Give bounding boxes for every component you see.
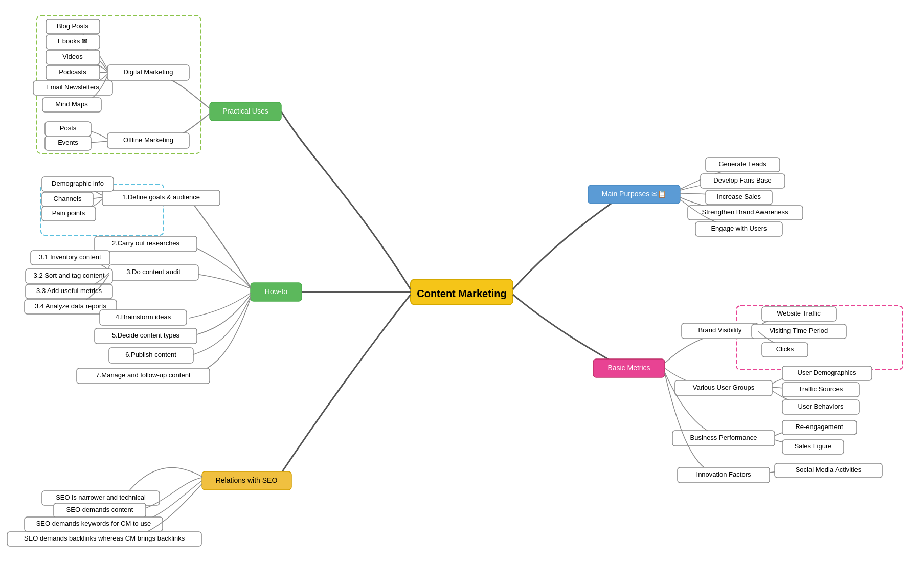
website-traffic-label: Website Traffic	[777, 309, 821, 317]
do-content-audit-label: 3.Do content audit	[126, 268, 181, 276]
brainstorm-label: 4.Brainstorm ideas	[116, 313, 171, 321]
add-metrics-label: 3.3 Add useful metrics	[36, 287, 102, 295]
basic-metrics-label: Basic Metrics	[607, 364, 650, 372]
posts-label: Posts	[60, 124, 77, 132]
define-goals-label: 1.Define goals & audience	[122, 193, 200, 201]
visiting-time-label: Visiting Time Period	[770, 327, 828, 334]
relations-seo-label: Relations with SEO	[216, 476, 278, 484]
manage-followup-label: 7.Manage and follow-up content	[96, 371, 190, 379]
how-to-label: How-to	[265, 287, 288, 296]
carry-out-researches-label: 2.Carry out researches	[112, 239, 180, 247]
increase-sales-label: Increase Sales	[717, 193, 761, 200]
seo-keywords-label: SEO demands keywords for CM to use	[36, 520, 151, 527]
blog-posts-label: Blog Posts	[57, 22, 89, 30]
brand-visibility-label: Brand Visibility	[698, 326, 742, 334]
re-engagement-label: Re-engagement	[795, 423, 843, 431]
clicks-label: Clicks	[776, 345, 794, 353]
sales-figure-label: Sales Figure	[795, 442, 832, 450]
seo-demands-content-label: SEO demands content	[66, 506, 133, 513]
email-newsletters-label: Email Newsletters	[46, 83, 100, 91]
generate-leads-label: Generate Leads	[718, 160, 767, 168]
center-label: Content Marketing	[417, 288, 507, 299]
traffic-sources-label: Traffic Sources	[799, 385, 843, 393]
events-label: Events	[58, 139, 78, 146]
demographic-info-label: Demographic info	[52, 179, 104, 187]
seo-backlinks-label: SEO demands backlinks whereas CM brings …	[24, 534, 185, 542]
innovation-factors-label: Innovation Factors	[696, 470, 751, 478]
decide-content-types-label: 5.Decide content types	[112, 331, 180, 339]
pain-points-label: Pain points	[52, 209, 85, 217]
user-demographics-label: User Demographics	[798, 369, 857, 376]
mind-maps-label: Mind Maps	[55, 100, 88, 108]
seo-narrower-label: SEO is narrower and technical	[56, 493, 146, 501]
social-media-activities-label: Social Media Activities	[796, 466, 862, 474]
business-performance-label: Business Performance	[690, 434, 757, 441]
podcasts-label: Podcasts	[59, 68, 86, 76]
digital-marketing-label: Digital Marketing	[124, 68, 173, 76]
engage-users-label: Engage with Users	[711, 224, 767, 232]
develop-fans-label: Develop Fans Base	[713, 176, 771, 184]
various-user-groups-label: Various User Groups	[693, 384, 755, 391]
main-purposes-label: Main Purposes ✉📋	[602, 190, 667, 198]
ebooks-label: Ebooks ✉	[58, 37, 87, 45]
strengthen-brand-label: Strengthen Brand Awareness	[702, 208, 788, 216]
practical-uses-label: Practical Uses	[222, 107, 268, 115]
channels-label: Channels	[54, 195, 82, 203]
offline-marketing-label: Offline Marketing	[123, 136, 173, 144]
videos-label: Videos	[62, 53, 83, 60]
publish-content-label: 6.Publish content	[125, 351, 176, 358]
mindmap-svg: Content Marketing Practical Uses Digital…	[0, 0, 924, 584]
sort-tag-content-label: 3.2 Sort and tag content	[34, 272, 105, 279]
user-behaviors-label: User Behaviors	[798, 402, 844, 410]
analyze-data-label: 3.4 Analyze data reports	[35, 302, 107, 310]
inventory-content-label: 3.1 Inventory content	[39, 253, 101, 261]
